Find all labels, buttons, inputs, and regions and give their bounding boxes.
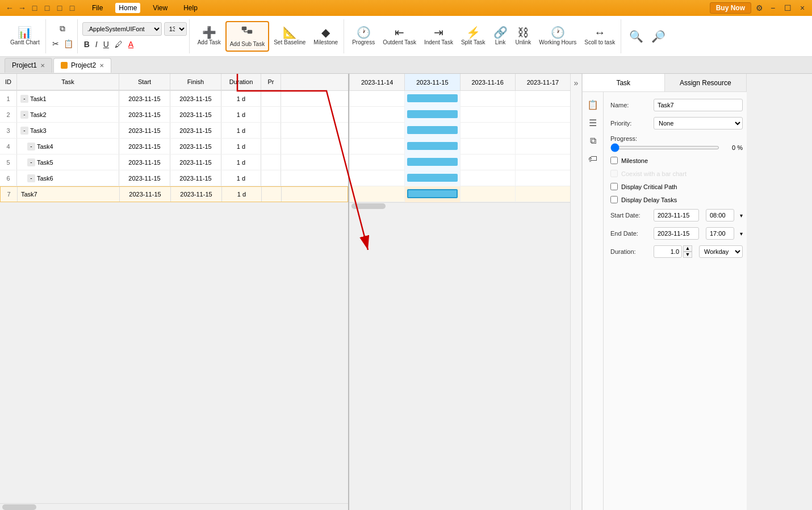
- menu-home[interactable]: Home: [115, 3, 140, 13]
- menu-help[interactable]: Help: [180, 3, 201, 13]
- nav-icon-2[interactable]: □: [42, 3, 52, 13]
- close-icon[interactable]: ×: [797, 3, 807, 13]
- subtask-indicator-6: -: [27, 174, 35, 182]
- prop-start-date-input[interactable]: [654, 209, 699, 221]
- nav-icon-4[interactable]: □: [67, 3, 77, 13]
- nav-icon-3[interactable]: □: [55, 3, 65, 13]
- indent-task-button[interactable]: ⇥ Indent Task: [421, 21, 457, 52]
- table-row[interactable]: 2 -Task2 2023-11-15 2023-11-15 1 d: [0, 107, 348, 123]
- collapse-icon[interactable]: »: [574, 78, 579, 87]
- prop-progress-slider[interactable]: [610, 146, 719, 149]
- table-row[interactable]: 5 -Task5 2023-11-15 2023-11-15 1 d: [0, 154, 348, 170]
- buy-now-button[interactable]: Buy Now: [710, 2, 751, 14]
- minimize-icon[interactable]: −: [768, 3, 778, 13]
- props-icon-paste[interactable]: 📋: [585, 97, 601, 112]
- prop-name-input[interactable]: [654, 99, 743, 111]
- task-bar-6[interactable]: [407, 174, 457, 182]
- prop-start-time-input[interactable]: [706, 209, 734, 221]
- working-hours-button[interactable]: 🕐 Working Hours: [535, 21, 580, 52]
- font-color-button[interactable]: A: [127, 38, 135, 51]
- split-task-button[interactable]: ⚡ Split Task: [458, 21, 489, 52]
- table-row[interactable]: 4 -Task4 2023-11-15 2023-11-15 1 d: [0, 139, 348, 154]
- prop-milestone-checkbox[interactable]: [610, 157, 618, 164]
- prop-end-time-arrow[interactable]: ▾: [740, 231, 743, 237]
- cell-task-7[interactable]: Task7: [18, 187, 120, 202]
- prop-duration-unit-select[interactable]: Workday: [699, 245, 743, 258]
- bottom-scrollbar-left[interactable]: [0, 503, 348, 510]
- tab-project1[interactable]: Project1 ✕: [5, 58, 52, 73]
- task-bar-4[interactable]: [407, 142, 457, 150]
- cell-task-6[interactable]: -Task6: [17, 170, 119, 186]
- cell-task-1[interactable]: -Task1: [17, 91, 119, 106]
- table-row[interactable]: 3 -Task3 2023-11-15 2023-11-15 1 d: [0, 123, 348, 139]
- unlink-button[interactable]: ⛓ Unlink: [512, 21, 535, 52]
- menu-file[interactable]: File: [89, 3, 106, 13]
- tab-project2-close[interactable]: ✕: [99, 62, 104, 69]
- highlight-button[interactable]: 🖊: [113, 38, 124, 51]
- prop-start-time-arrow[interactable]: ▾: [740, 212, 743, 219]
- gantt-chart-button[interactable]: 📊 Gantt Chart: [7, 21, 43, 52]
- link-button[interactable]: 🔗 Link: [490, 21, 511, 52]
- bold-button[interactable]: B: [82, 38, 91, 51]
- search2-button[interactable]: 🔎: [648, 21, 669, 52]
- cell-task-2[interactable]: -Task2: [17, 107, 119, 122]
- cut-button[interactable]: ✂: [51, 37, 61, 50]
- cell-task-4[interactable]: -Task4: [17, 139, 119, 154]
- underline-button[interactable]: U: [102, 38, 111, 51]
- scroll-to-task-button[interactable]: ↔ Scoll to task: [581, 21, 618, 52]
- add-task-label: Add Task: [198, 39, 221, 46]
- add-sub-task-button[interactable]: Add Sub Task: [225, 21, 270, 52]
- table-row[interactable]: 6 -Task6 2023-11-15 2023-11-15 1 d: [0, 170, 348, 186]
- undo-icon[interactable]: ←: [5, 3, 15, 13]
- prop-coexist-checkbox[interactable]: [610, 170, 618, 177]
- cell-task-3[interactable]: -Task3: [17, 123, 119, 138]
- tab-project1-label: Project1: [12, 61, 37, 69]
- cell-duration-2: 1 d: [221, 107, 261, 122]
- props-icon-copy[interactable]: ⧉: [585, 133, 601, 149]
- prop-duration-down[interactable]: ▼: [683, 252, 692, 258]
- nav-icon-1[interactable]: □: [30, 3, 40, 13]
- task-bar-1[interactable]: [407, 94, 457, 102]
- prop-end-time-input[interactable]: [706, 227, 734, 240]
- progress-button[interactable]: 🕐 Progress: [349, 21, 378, 52]
- props-tab-task[interactable]: Task: [583, 74, 665, 91]
- tab-project1-close[interactable]: ✕: [40, 62, 45, 69]
- cell-task-5[interactable]: -Task5: [17, 154, 119, 170]
- task-bar-3[interactable]: [407, 126, 457, 134]
- cell-start-1: 2023-11-15: [119, 91, 170, 106]
- outdent-task-button[interactable]: ⇤ Outdent Task: [379, 21, 420, 52]
- prop-end-date-input[interactable]: [654, 227, 699, 240]
- bottom-scrollbar-gantt[interactable]: [349, 202, 570, 209]
- font-size-selector[interactable]: 13: [164, 22, 187, 36]
- task-bar-7[interactable]: [407, 189, 457, 198]
- prop-duration-up[interactable]: ▲: [683, 245, 692, 252]
- props-icon-tag[interactable]: 🏷: [585, 151, 601, 167]
- settings-icon[interactable]: ⚙: [756, 3, 763, 12]
- props-icon-list[interactable]: ☰: [585, 115, 601, 131]
- italic-button[interactable]: I: [94, 38, 99, 51]
- cell-id-4: 4: [0, 139, 17, 154]
- prop-duration-input[interactable]: [654, 245, 682, 258]
- milestone-button[interactable]: ◆ Milestone: [310, 21, 341, 52]
- add-task-button[interactable]: ➕ Add Task: [194, 21, 224, 52]
- maximize-icon[interactable]: ☐: [782, 3, 793, 13]
- table-row[interactable]: 1 -Task1 2023-11-15 2023-11-15 1 d: [0, 91, 348, 107]
- font-family-selector[interactable]: .AppleSystemUIFont: [82, 22, 162, 36]
- task-bar-5[interactable]: [407, 158, 457, 166]
- menu-view[interactable]: View: [149, 3, 171, 13]
- redo-icon[interactable]: →: [17, 3, 27, 13]
- prop-priority-select[interactable]: None: [654, 117, 743, 129]
- paste-button[interactable]: 📋: [62, 37, 75, 50]
- copy-button[interactable]: ⧉: [51, 22, 75, 35]
- prop-delay-tasks-checkbox[interactable]: [610, 196, 618, 203]
- scroll-thumb-left[interactable]: [2, 504, 36, 510]
- task-bar-2[interactable]: [407, 110, 457, 118]
- search-button[interactable]: 🔍: [626, 21, 647, 52]
- table-row-selected[interactable]: 7 Task7 2023-11-15 2023-11-15 1 d: [0, 186, 348, 202]
- tab-project2[interactable]: Project2 ✕: [53, 58, 111, 73]
- prop-critical-path-checkbox[interactable]: [610, 183, 618, 190]
- props-tab-assign-resource[interactable]: Assign Resource: [665, 74, 747, 91]
- collapse-toggle[interactable]: »: [571, 74, 582, 510]
- set-baseline-button[interactable]: 📐 Set Baseline: [270, 21, 309, 52]
- scroll-thumb-gantt[interactable]: [351, 203, 386, 209]
